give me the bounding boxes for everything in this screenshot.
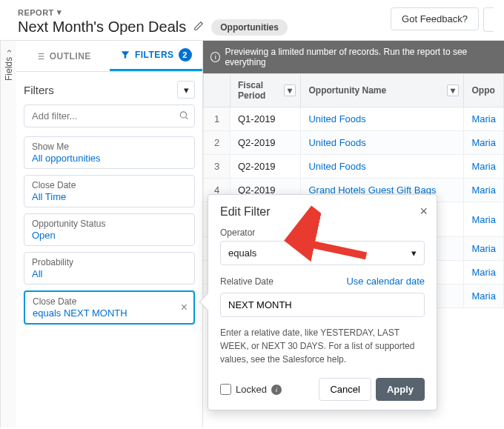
cancel-button[interactable]: Cancel xyxy=(319,378,371,401)
info-icon: i xyxy=(210,52,220,62)
filter-card-closedate-relative[interactable]: Close Date equals NEXT MONTH × xyxy=(24,290,195,325)
col-owner[interactable]: Oppo xyxy=(464,74,504,107)
filter-card-probability[interactable]: Probability All xyxy=(24,252,195,285)
svg-line-7 xyxy=(186,117,188,119)
chevron-right-icon: › xyxy=(4,50,14,53)
preview-banner: i Previewing a limited number of records… xyxy=(203,41,504,73)
cell-owner[interactable]: Maria xyxy=(464,155,504,179)
filter-card-status[interactable]: Opportunity Status Open xyxy=(24,213,195,246)
locked-checkbox-input[interactable] xyxy=(220,384,231,395)
cell-rownum: 3 xyxy=(204,155,231,179)
chevron-down-icon: ▾ xyxy=(411,247,417,259)
operator-select[interactable]: equals ▾ xyxy=(220,241,425,265)
cell-owner[interactable]: Maria xyxy=(464,261,504,285)
table-row[interactable]: 3Q2-2019United FoodsMaria xyxy=(204,155,504,179)
remove-filter-icon[interactable]: × xyxy=(181,301,188,314)
col-opportunity-name[interactable]: Opportunity Name▾ xyxy=(301,74,464,107)
cell-owner[interactable]: Maria xyxy=(464,131,504,155)
relative-date-label: Relative Date xyxy=(220,276,273,287)
tab-filters[interactable]: FILTERS 2 xyxy=(110,41,203,71)
sort-icon[interactable]: ▾ xyxy=(447,84,459,96)
truncated-button[interactable] xyxy=(483,7,494,32)
locked-checkbox[interactable]: Locked i xyxy=(220,384,282,395)
table-row[interactable]: 1Q1-2019United FoodsMaria xyxy=(204,107,504,131)
cell-rownum: 1 xyxy=(204,107,231,131)
close-icon[interactable]: × xyxy=(420,204,428,219)
popover-title: Edit Filter xyxy=(220,205,425,219)
svg-point-6 xyxy=(180,111,186,117)
relative-date-input[interactable] xyxy=(220,293,425,317)
cell-owner[interactable]: Maria xyxy=(464,237,504,261)
fields-rail-toggle[interactable]: Fields › xyxy=(0,41,16,428)
filter-card-showme[interactable]: Show Me All opportunities xyxy=(24,136,195,169)
use-calendar-link[interactable]: Use calendar date xyxy=(346,276,425,287)
relative-date-hint: Enter a relative date, like YESTERDAY, L… xyxy=(220,326,425,366)
apply-button[interactable]: Apply xyxy=(376,378,425,401)
cell-opportunity[interactable]: United Foods xyxy=(301,107,464,131)
operator-label: Operator xyxy=(220,227,425,238)
cell-opportunity[interactable]: United Foods xyxy=(301,131,464,155)
pencil-icon[interactable] xyxy=(193,21,204,33)
cell-fiscal-period: Q1-2019 xyxy=(231,107,301,131)
cell-fiscal-period: Q2-2019 xyxy=(231,131,301,155)
info-icon[interactable]: i xyxy=(271,385,282,395)
table-row[interactable]: 2Q2-2019United FoodsMaria xyxy=(204,131,504,155)
filters-menu-button[interactable]: ▾ xyxy=(177,81,195,99)
chevron-down-icon: ▾ xyxy=(184,84,189,96)
filters-heading: Filters xyxy=(24,84,54,96)
sort-icon[interactable]: ▾ xyxy=(284,84,296,96)
entity-pill[interactable]: Opportunities xyxy=(211,19,288,36)
report-type-label[interactable]: REPORT ▾ xyxy=(18,7,391,17)
cell-owner[interactable]: Maria xyxy=(464,202,504,237)
filter-card-closedate[interactable]: Close Date All Time xyxy=(24,175,195,207)
col-fiscal-period[interactable]: Fiscal Period▾ xyxy=(231,74,301,107)
cell-opportunity[interactable]: United Foods xyxy=(301,155,464,179)
cell-owner[interactable]: Maria xyxy=(464,107,504,131)
edit-filter-popover: Edit Filter × Operator equals ▾ Relative… xyxy=(208,194,437,410)
outline-icon xyxy=(35,51,45,61)
cell-fiscal-period: Q2-2019 xyxy=(231,155,301,179)
cell-rownum: 2 xyxy=(204,131,231,155)
chevron-down-icon: ▾ xyxy=(57,7,62,17)
col-rownum xyxy=(204,74,231,107)
search-icon xyxy=(179,110,189,122)
add-filter-input[interactable] xyxy=(24,104,195,127)
cell-owner[interactable]: Maria xyxy=(464,179,504,202)
feedback-button[interactable]: Got Feedback? xyxy=(391,7,479,30)
cell-owner[interactable]: Maria xyxy=(464,285,504,308)
tab-outline[interactable]: OUTLINE xyxy=(16,41,110,71)
report-title: Next Month's Open Deals xyxy=(18,19,186,36)
filter-count-badge: 2 xyxy=(179,48,192,61)
filter-icon xyxy=(120,50,130,60)
